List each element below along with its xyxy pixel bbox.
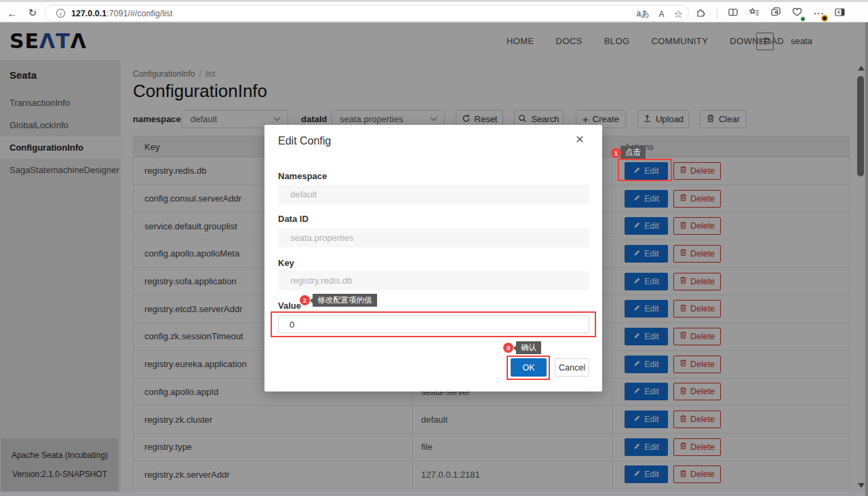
edit-config-modal: Edit Config × Namespace Data ID Key Valu… bbox=[264, 125, 602, 392]
value-field-label: Value bbox=[278, 301, 301, 311]
add-tab-collection-icon[interactable] bbox=[770, 7, 781, 20]
refresh-icon[interactable]: ↻ bbox=[24, 5, 41, 21]
annotation-badge-2: 2 bbox=[300, 295, 310, 305]
namespace-field-label: Namespace bbox=[278, 171, 327, 181]
key-field-label: Key bbox=[278, 258, 294, 268]
dataid-field bbox=[278, 228, 589, 248]
scrollbar-up-arrow[interactable] bbox=[858, 66, 865, 71]
annotation-tooltip-1: 点击 bbox=[620, 146, 646, 159]
browser-essentials-icon[interactable] bbox=[791, 7, 803, 20]
url-path: :7091/#/config/list bbox=[106, 9, 172, 18]
url-text[interactable]: 127.0.0.1:7091/#/config/list bbox=[71, 9, 172, 18]
back-icon[interactable]: ← bbox=[4, 5, 20, 21]
toolbar-divider bbox=[717, 9, 717, 18]
split-screen-icon[interactable] bbox=[728, 7, 738, 20]
annotation-badge-1: 1 bbox=[611, 148, 621, 158]
annotation-tooltip-3: 确认 bbox=[516, 341, 541, 354]
namespace-field bbox=[278, 185, 589, 204]
close-icon[interactable]: × bbox=[571, 130, 589, 148]
window-right-edge bbox=[865, 22, 868, 496]
scrollbar-down-arrow[interactable] bbox=[858, 483, 865, 488]
translate-icon[interactable]: aあ bbox=[637, 8, 650, 20]
dataid-field-label: Data ID bbox=[278, 214, 309, 224]
annotation-tooltip-2: 修改配置项的值 bbox=[313, 294, 377, 307]
window-bottom-edge bbox=[0, 492, 865, 496]
url-host: 127.0.0.1 bbox=[71, 9, 106, 18]
extensions-icon[interactable] bbox=[696, 7, 707, 20]
site-info-icon[interactable]: i bbox=[56, 9, 65, 18]
modal-title: Edit Config bbox=[278, 135, 331, 147]
address-bar[interactable]: i 127.0.0.1:7091/#/config/list aあ A ☆ bbox=[45, 5, 689, 22]
settings-more-icon[interactable]: ⋯ bbox=[813, 7, 824, 20]
scrollbar-thumb[interactable] bbox=[857, 76, 864, 176]
collections-icon[interactable] bbox=[749, 7, 760, 20]
screen: ← ↻ i 127.0.0.1:7091/#/config/list aあ A … bbox=[0, 0, 868, 496]
annotation-badge-3: 3 bbox=[503, 343, 513, 353]
favorite-star-icon[interactable]: ☆ bbox=[674, 8, 683, 20]
browser-toolbar: ← ↻ i 127.0.0.1:7091/#/config/list aあ A … bbox=[0, 2, 868, 22]
cancel-button[interactable]: Cancel bbox=[555, 358, 589, 377]
ok-button[interactable]: OK bbox=[511, 358, 547, 377]
sidebar-toggle-icon[interactable] bbox=[834, 7, 846, 20]
value-field[interactable] bbox=[278, 316, 589, 333]
read-aloud-icon[interactable]: A bbox=[659, 9, 665, 19]
key-field bbox=[278, 271, 589, 290]
